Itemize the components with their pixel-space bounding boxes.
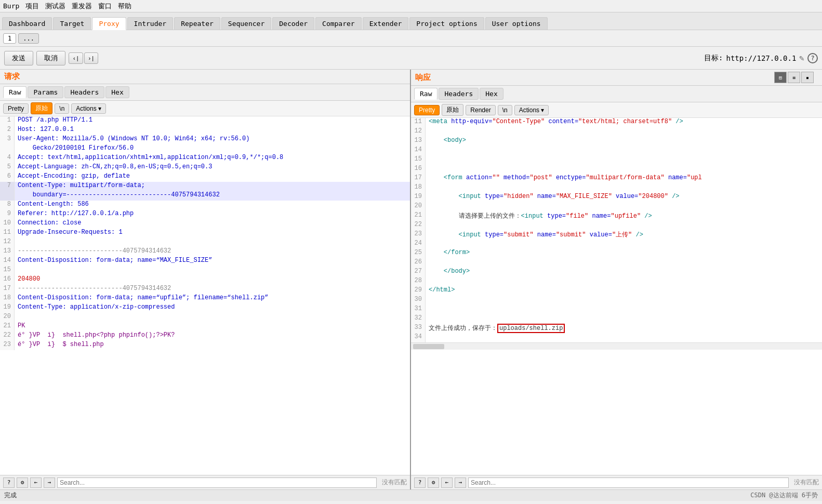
request-search-input[interactable] bbox=[57, 478, 377, 488]
response-panel: 响应 ⊞ ≡ ▪ Raw Headers Hex Pretty 原始 Rende… bbox=[411, 70, 822, 489]
menu-window[interactable]: 窗口 bbox=[98, 2, 112, 11]
resp-pretty-btn[interactable]: Pretty bbox=[414, 105, 440, 115]
req-line-6: 6 Accept-Encoding: gzip, deflate bbox=[0, 173, 410, 182]
req-line-5: 5 Accept-Language: zh-CN,zh;q=0.8,en-US;… bbox=[0, 163, 410, 173]
view-list-btn[interactable]: ≡ bbox=[788, 72, 800, 83]
menu-project[interactable]: 项目 bbox=[25, 2, 39, 11]
response-search-input[interactable] bbox=[468, 478, 789, 488]
req-line-18: 18 Content-Disposition: form-data; name=… bbox=[0, 294, 410, 303]
request-title: 请求 bbox=[4, 72, 20, 81]
resp-help-btn[interactable]: ? bbox=[414, 478, 426, 488]
view-split-btn[interactable]: ⊞ bbox=[774, 72, 787, 83]
req-next-btn[interactable]: → bbox=[44, 478, 55, 488]
menu-help[interactable]: 帮助 bbox=[118, 2, 131, 11]
resp-line-22: 22 bbox=[411, 221, 822, 230]
req-line-12: 12 bbox=[0, 238, 410, 247]
tab-user-options[interactable]: User options bbox=[485, 17, 548, 30]
req-line-19: 19 Content-Type: application/x-zip-compr… bbox=[0, 303, 410, 313]
req-line-9: 9 Referer: http://127.0.0.1/a.php bbox=[0, 210, 410, 219]
resp-line-26: 26 bbox=[411, 258, 822, 268]
req-line-7: 7 Content-Type: multipart/form-data; bbox=[0, 182, 410, 191]
send-button[interactable]: 发送 bbox=[4, 51, 33, 65]
tab-project-options[interactable]: Project options bbox=[409, 17, 484, 30]
resp-line-15: 15 bbox=[411, 155, 822, 165]
resp-settings-btn[interactable]: ⚙ bbox=[428, 478, 439, 488]
resp-actions-btn[interactable]: Actions ▾ bbox=[514, 105, 549, 115]
resp-render-btn[interactable]: Render bbox=[466, 105, 495, 115]
view-single-btn[interactable]: ▪ bbox=[801, 72, 814, 83]
resp-raw-btn[interactable]: 原始 bbox=[442, 104, 463, 116]
resp-prev-btn[interactable]: ← bbox=[441, 478, 453, 488]
sub-tab-more[interactable]: ... bbox=[18, 33, 39, 44]
req-tab-hex[interactable]: Hex bbox=[105, 86, 129, 98]
req-line-4: 4 Accept: text/html,application/xhtml+xm… bbox=[0, 154, 410, 163]
nav-forward-button[interactable]: › | bbox=[84, 52, 99, 64]
edit-icon[interactable]: ✎ bbox=[799, 53, 804, 63]
tab-extender[interactable]: Extender bbox=[363, 17, 409, 30]
req-line-23: 23 é° }VP ì} $ shell.php bbox=[0, 341, 410, 350]
chevron-down-icon: ▾ bbox=[98, 105, 101, 112]
resp-tab-raw[interactable]: Raw bbox=[414, 88, 437, 100]
request-panel: 请求 Raw Params Headers Hex Pretty 原始 \n A… bbox=[0, 70, 411, 489]
request-section-header: 请求 bbox=[0, 70, 410, 84]
tab-repeater[interactable]: Repeater bbox=[174, 17, 220, 30]
target-url: http://127.0.0.1 bbox=[726, 54, 797, 62]
req-line-3b: Gecko/20100101 Firefox/56.0 bbox=[0, 144, 410, 154]
req-tab-headers[interactable]: Headers bbox=[64, 86, 104, 98]
req-settings-btn[interactable]: ⚙ bbox=[17, 478, 28, 488]
req-help-btn[interactable]: ? bbox=[3, 478, 15, 488]
tab-comparer[interactable]: Comparer bbox=[315, 17, 362, 30]
tab-sequencer[interactable]: Sequencer bbox=[221, 17, 271, 30]
h-scrollbar[interactable] bbox=[411, 342, 822, 350]
req-line-21: 21 PK bbox=[0, 322, 410, 331]
toolbar: 发送 取消 ‹ | › | 目标: http://127.0.0.1 ✎ ? bbox=[0, 47, 822, 70]
req-raw-btn[interactable]: 原始 bbox=[31, 102, 52, 114]
resp-line-11: 11 <meta http-equiv="Content-Type" conte… bbox=[411, 118, 822, 127]
request-code-area[interactable]: 1 POST /a.php HTTP/1.1 2 Host: 127.0.0.1… bbox=[0, 116, 410, 475]
response-tabs: Raw Headers Hex bbox=[411, 86, 822, 102]
resp-tab-headers[interactable]: Headers bbox=[439, 88, 479, 100]
req-newline-btn[interactable]: \n bbox=[55, 103, 69, 114]
nav-back-button[interactable]: ‹ | bbox=[69, 52, 83, 64]
h-scrollbar-thumb[interactable] bbox=[413, 344, 444, 349]
req-prev-btn[interactable]: ← bbox=[30, 478, 42, 488]
target-text: 目标: bbox=[704, 54, 723, 63]
response-section-header: 响应 ⊞ ≡ ▪ bbox=[411, 70, 822, 86]
tab-dashboard[interactable]: Dashboard bbox=[2, 17, 52, 30]
help-icon[interactable]: ? bbox=[807, 53, 818, 63]
req-line-3: 3 User-Agent: Mozilla/5.0 (Windows NT 10… bbox=[0, 135, 410, 144]
view-toggle: ⊞ ≡ ▪ bbox=[774, 72, 814, 83]
cancel-button[interactable]: 取消 bbox=[36, 51, 65, 65]
tab-decoder[interactable]: Decoder bbox=[272, 17, 314, 30]
resp-line-23: 23 <input type="submit" name="submit" va… bbox=[411, 230, 822, 240]
req-line-7b: boundary=----------------------------407… bbox=[0, 191, 410, 201]
resp-newline-btn[interactable]: \n bbox=[498, 105, 512, 115]
resp-line-18: 18 bbox=[411, 183, 822, 193]
response-editor-toolbar: Pretty 原始 Render \n Actions ▾ bbox=[411, 102, 822, 118]
menu-burp[interactable]: Burp bbox=[3, 2, 19, 10]
tab-target[interactable]: Target bbox=[53, 17, 91, 30]
response-code-area[interactable]: 11 <meta http-equiv="Content-Type" conte… bbox=[411, 118, 822, 475]
resp-line-20: 20 bbox=[411, 202, 822, 211]
chevron-down-icon: ▾ bbox=[541, 107, 544, 114]
req-line-2: 2 Host: 127.0.0.1 bbox=[0, 126, 410, 135]
tab-intruder[interactable]: Intruder bbox=[127, 17, 174, 30]
req-line-14: 14 Content-Disposition: form-data; name=… bbox=[0, 257, 410, 266]
resp-next-btn[interactable]: → bbox=[455, 478, 466, 488]
request-bottom-bar: ? ⚙ ← → 没有匹配 bbox=[0, 475, 410, 489]
request-editor-toolbar: Pretty 原始 \n Actions ▾ bbox=[0, 101, 410, 116]
resp-tab-hex[interactable]: Hex bbox=[480, 88, 503, 100]
menu-repeater[interactable]: 重发器 bbox=[72, 2, 92, 11]
req-tab-params[interactable]: Params bbox=[28, 86, 63, 98]
response-no-match: 没有匹配 bbox=[794, 478, 819, 487]
tab-proxy[interactable]: Proxy bbox=[92, 17, 126, 30]
main-content: 请求 Raw Params Headers Hex Pretty 原始 \n A… bbox=[0, 70, 822, 489]
req-actions-btn[interactable]: Actions ▾ bbox=[71, 103, 105, 114]
sub-tab-1[interactable]: 1 bbox=[3, 33, 16, 44]
req-tab-raw[interactable]: Raw bbox=[3, 86, 26, 98]
menu-tester[interactable]: 测试器 bbox=[45, 2, 65, 11]
req-line-10: 10 Connection: close bbox=[0, 219, 410, 229]
resp-line-32: 32 bbox=[411, 314, 822, 324]
target-label: 目标: http://127.0.0.1 ✎ ? bbox=[704, 53, 818, 63]
req-pretty-btn[interactable]: Pretty bbox=[3, 103, 29, 114]
